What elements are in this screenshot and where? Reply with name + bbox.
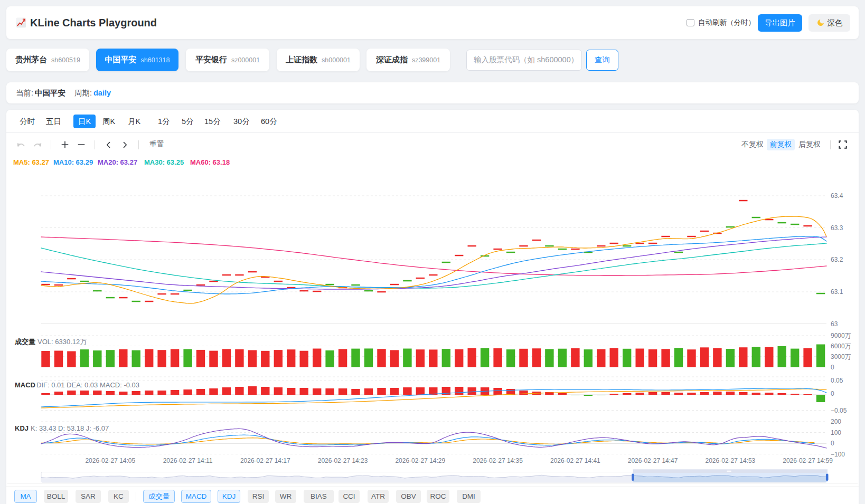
svg-text:MA10: 63.29: MA10: 63.29 <box>53 158 93 166</box>
svg-text:KDJ: KDJ <box>15 424 29 432</box>
svg-text:2026-02-27 14:23: 2026-02-27 14:23 <box>318 457 368 464</box>
svg-text:−0.05: −0.05 <box>831 407 847 414</box>
svg-text:成交量: 成交量 <box>14 338 35 346</box>
svg-text:2026-02-27 14:05: 2026-02-27 14:05 <box>85 457 135 464</box>
svg-text:63.1: 63.1 <box>831 288 843 296</box>
svg-text:63.4: 63.4 <box>831 192 843 199</box>
svg-text:2026-02-27 14:41: 2026-02-27 14:41 <box>550 457 600 464</box>
svg-text:2026-02-27 14:59: 2026-02-27 14:59 <box>783 457 833 464</box>
svg-text:0: 0 <box>831 364 834 371</box>
svg-text:3000万: 3000万 <box>831 353 851 360</box>
svg-text:DIF: 0.01 DEA: 0.03 MACD: -0.0: DIF: 0.01 DEA: 0.03 MACD: -0.03 <box>36 381 139 389</box>
svg-text:−100: −100 <box>831 451 845 458</box>
svg-text:63: 63 <box>831 320 838 328</box>
svg-text:2026-02-27 14:53: 2026-02-27 14:53 <box>706 457 756 464</box>
svg-text:MA20: 63.27: MA20: 63.27 <box>98 158 137 166</box>
svg-text:2026-02-27 14:47: 2026-02-27 14:47 <box>628 457 678 464</box>
svg-text:100: 100 <box>831 429 841 436</box>
svg-text:K: 33.43 D: 53.18 J: -6.07: K: 33.43 D: 53.18 J: -6.07 <box>31 424 109 432</box>
svg-text:0: 0 <box>831 390 834 397</box>
svg-text:0.05: 0.05 <box>831 377 843 384</box>
svg-text:MA30: 63.25: MA30: 63.25 <box>144 158 184 166</box>
svg-text:VOL: 6330.12万: VOL: 6330.12万 <box>37 338 87 346</box>
svg-text:MACD: MACD <box>15 381 35 389</box>
svg-text:2026-02-27 14:29: 2026-02-27 14:29 <box>395 457 445 464</box>
svg-text:63.2: 63.2 <box>831 256 843 263</box>
svg-text:9000万: 9000万 <box>831 332 851 339</box>
svg-text:MA5: 63.27: MA5: 63.27 <box>13 158 49 166</box>
svg-text:2026-02-27 14:11: 2026-02-27 14:11 <box>163 457 213 464</box>
svg-text:0: 0 <box>831 440 834 447</box>
svg-text:MA60: 63.18: MA60: 63.18 <box>190 158 230 166</box>
svg-text:63.3: 63.3 <box>831 224 843 232</box>
svg-text:200: 200 <box>831 418 841 425</box>
svg-text:6000万: 6000万 <box>831 343 851 350</box>
svg-text:2026-02-27 14:17: 2026-02-27 14:17 <box>240 457 290 464</box>
svg-text:2026-02-27 14:35: 2026-02-27 14:35 <box>473 457 523 464</box>
